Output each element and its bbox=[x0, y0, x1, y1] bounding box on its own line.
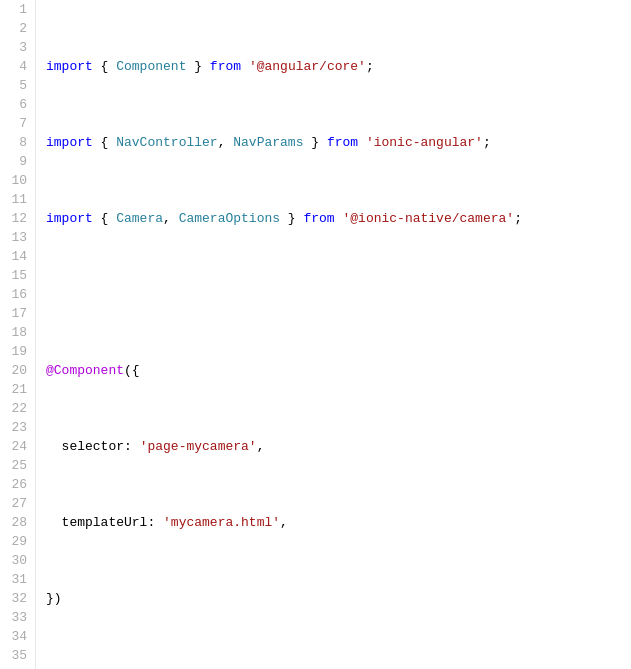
line-num-28: 28 bbox=[8, 513, 27, 532]
line-num-13: 13 bbox=[8, 228, 27, 247]
line-num-16: 16 bbox=[8, 285, 27, 304]
line-num-35: 35 bbox=[8, 646, 27, 665]
line-num-8: 8 bbox=[8, 133, 27, 152]
line-num-33: 33 bbox=[8, 608, 27, 627]
code-line-6: selector: 'page-mycamera', bbox=[46, 437, 631, 456]
line-num-24: 24 bbox=[8, 437, 27, 456]
code-editor: 1 2 3 4 5 6 7 8 9 10 11 12 13 14 15 16 1… bbox=[0, 0, 631, 669]
line-num-22: 22 bbox=[8, 399, 27, 418]
code-line-7: templateUrl: 'mycamera.html', bbox=[46, 513, 631, 532]
code-line-2: import { NavController, NavParams } from… bbox=[46, 133, 631, 152]
line-numbers: 1 2 3 4 5 6 7 8 9 10 11 12 13 14 15 16 1… bbox=[0, 0, 36, 669]
line-num-12: 12 bbox=[8, 209, 27, 228]
code-line-3: import { Camera, CameraOptions } from '@… bbox=[46, 209, 631, 228]
line-num-20: 20 bbox=[8, 361, 27, 380]
line-num-27: 27 bbox=[8, 494, 27, 513]
line-num-25: 25 bbox=[8, 456, 27, 475]
code-line-4 bbox=[46, 285, 631, 304]
line-num-26: 26 bbox=[8, 475, 27, 494]
line-num-34: 34 bbox=[8, 627, 27, 646]
code-line-5: @Component({ bbox=[46, 361, 631, 380]
line-num-19: 19 bbox=[8, 342, 27, 361]
line-num-21: 21 bbox=[8, 380, 27, 399]
line-num-30: 30 bbox=[8, 551, 27, 570]
line-num-18: 18 bbox=[8, 323, 27, 342]
line-num-32: 32 bbox=[8, 589, 27, 608]
line-num-2: 2 bbox=[8, 19, 27, 38]
line-num-29: 29 bbox=[8, 532, 27, 551]
line-num-7: 7 bbox=[8, 114, 27, 133]
code-line-8: }) bbox=[46, 589, 631, 608]
code-line-1: import { Component } from '@angular/core… bbox=[46, 57, 631, 76]
line-num-9: 9 bbox=[8, 152, 27, 171]
line-num-1: 1 bbox=[8, 0, 27, 19]
code-lines: import { Component } from '@angular/core… bbox=[36, 0, 631, 669]
line-num-14: 14 bbox=[8, 247, 27, 266]
line-num-11: 11 bbox=[8, 190, 27, 209]
line-num-10: 10 bbox=[8, 171, 27, 190]
line-num-5: 5 bbox=[8, 76, 27, 95]
line-num-23: 23 bbox=[8, 418, 27, 437]
line-num-31: 31 bbox=[8, 570, 27, 589]
code-line-9: export class MycameraPage { bbox=[46, 665, 631, 669]
line-num-4: 4 bbox=[8, 57, 27, 76]
line-num-6: 6 bbox=[8, 95, 27, 114]
line-num-15: 15 bbox=[8, 266, 27, 285]
line-num-3: 3 bbox=[8, 38, 27, 57]
line-num-17: 17 bbox=[8, 304, 27, 323]
